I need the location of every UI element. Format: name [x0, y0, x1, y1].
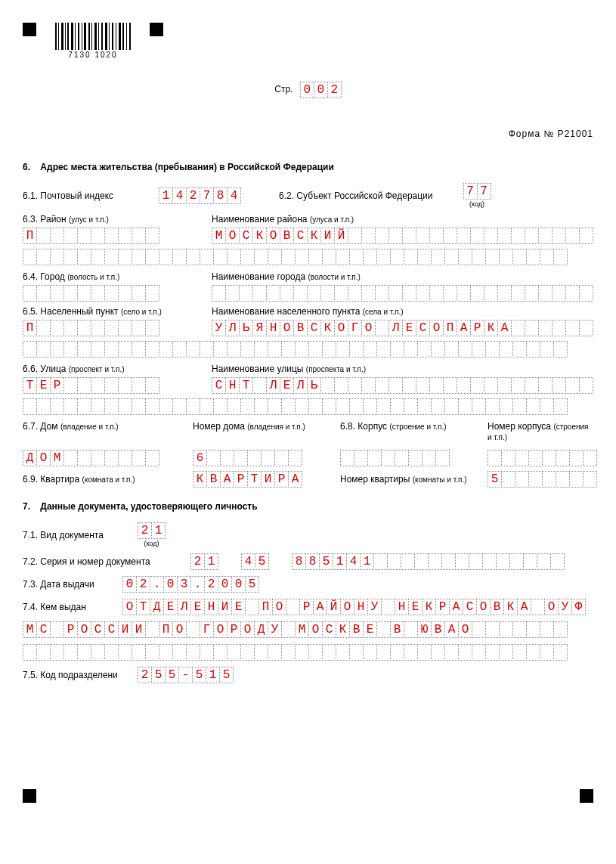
char-box [552, 377, 566, 394]
char-box [308, 249, 323, 265]
char-box [501, 471, 515, 488]
char-box [528, 471, 543, 488]
char-box [348, 228, 362, 244]
char-box: Ь [307, 377, 321, 394]
char-box [484, 228, 498, 244]
top-left-marker [23, 23, 36, 36]
char-box: 0 [314, 82, 328, 98]
char-box: В [280, 228, 294, 244]
char-box [213, 249, 228, 265]
char-box [376, 644, 391, 661]
row-73: 7.3. Дата выдачи 02.03.2005 [23, 576, 593, 593]
char-box: П [23, 228, 37, 244]
char-box [172, 398, 187, 415]
char-box [268, 644, 282, 661]
char-box [349, 249, 364, 265]
char-box [376, 398, 391, 415]
char-box [132, 341, 146, 358]
char-box: Е [231, 599, 246, 615]
char-box: Л [225, 320, 240, 336]
char-box: Н [204, 599, 218, 615]
char-box [569, 450, 583, 466]
svg-rect-16 [109, 23, 110, 50]
char-box [132, 285, 146, 302]
char-box [499, 249, 513, 265]
char-box: П [443, 320, 457, 336]
char-box [443, 285, 457, 302]
char-box [579, 377, 593, 394]
boxes-64-type [23, 285, 159, 302]
boxes-63-type: П [23, 228, 159, 244]
char-box: Л [293, 377, 308, 394]
char-box: 2 [204, 576, 218, 593]
char-box [334, 377, 348, 394]
svg-rect-7 [78, 23, 79, 50]
char-box [552, 228, 566, 244]
char-box [36, 398, 51, 415]
char-box [526, 644, 540, 661]
char-box [118, 341, 132, 358]
char-box [553, 644, 568, 661]
char-box: 4 [241, 553, 255, 570]
char-box: К [422, 599, 436, 615]
char-box: Г [200, 621, 214, 638]
char-box [526, 398, 540, 415]
char-box [404, 341, 418, 358]
char-box [388, 228, 403, 244]
char-box [334, 285, 348, 302]
char-box [145, 341, 159, 358]
boxes-66-name: СНТ ЛЕЛЬ [212, 377, 593, 394]
char-box [499, 621, 513, 638]
char-box [36, 320, 51, 336]
char-box [145, 621, 159, 638]
char-box: Р [274, 471, 289, 488]
char-box [145, 377, 159, 394]
char-box: О [213, 621, 228, 638]
char-box: 1 [333, 553, 347, 570]
char-box [77, 228, 91, 244]
char-box: 2 [138, 522, 152, 539]
char-box [354, 450, 368, 466]
char-box [104, 377, 119, 394]
char-box [361, 228, 376, 244]
char-box [472, 249, 486, 265]
char-box [376, 341, 391, 358]
char-box [472, 341, 486, 358]
char-box [511, 285, 525, 302]
char-box [363, 249, 377, 265]
char-box [363, 398, 377, 415]
boxes-64-name [212, 285, 593, 302]
char-box [200, 398, 214, 415]
char-box: И [261, 471, 275, 488]
char-box [457, 377, 471, 394]
page-label: Стр. [274, 84, 293, 94]
char-box [458, 249, 472, 265]
row-61-62: 6.1. Почтовый индекс 142784 6.2. Субъект… [23, 183, 593, 208]
char-box [268, 341, 282, 358]
char-box [132, 249, 146, 265]
char-box [538, 285, 553, 302]
block-67-68-head: 6.7. Дом (владение и т.п.) Номер дома (в… [23, 421, 593, 445]
char-box: 2 [136, 576, 150, 593]
char-box [404, 398, 418, 415]
char-box [552, 320, 566, 336]
char-box [227, 341, 241, 358]
char-box: Ю [417, 621, 432, 638]
char-box [104, 320, 119, 336]
char-box [472, 621, 486, 638]
char-box [388, 377, 403, 394]
char-box [36, 249, 51, 265]
char-box: О [476, 599, 491, 615]
char-box: С [239, 228, 253, 244]
char-box: Е [190, 599, 205, 615]
char-box: О [308, 621, 323, 638]
char-box: М [50, 450, 64, 466]
char-box [240, 249, 255, 265]
char-box [458, 341, 472, 358]
char-box [528, 450, 543, 466]
char-box: К [252, 228, 267, 244]
stack-62: 77 (код) [463, 183, 491, 208]
char-box [458, 644, 472, 661]
char-box [63, 320, 78, 336]
char-box [118, 398, 132, 415]
